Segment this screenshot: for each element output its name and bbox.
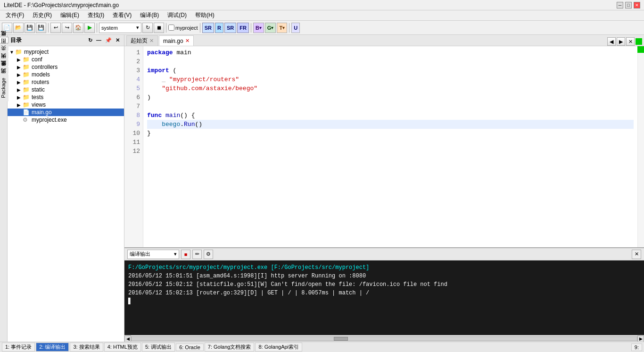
- file-icon-exe: ⚙: [23, 117, 30, 123]
- scroll-right-btn[interactable]: ▶: [637, 335, 644, 342]
- maximize-button[interactable]: □: [625, 2, 632, 8]
- file-tree-content: ▼ 📁 myproject ▶ 📁 conf ▶ 📁 controllers ▶…: [8, 46, 124, 342]
- u-button[interactable]: U: [291, 23, 300, 33]
- menu-debug[interactable]: 调试(D): [164, 10, 190, 20]
- tree-item-myproject-exe[interactable]: ⚙ myproject.exe: [8, 116, 124, 124]
- output-stop-btn[interactable]: ■: [181, 250, 190, 259]
- line-num-7: 7: [127, 102, 140, 111]
- sidebar-tab-class[interactable]: 类: [0, 52, 8, 59]
- close-button[interactable]: ✕: [634, 2, 640, 8]
- output-line-5: ▋: [128, 297, 640, 306]
- tree-action-collapse[interactable]: —: [95, 37, 103, 44]
- status-debug-output[interactable]: 5: 调试输出: [142, 343, 175, 352]
- menu-file[interactable]: 文件(F): [2, 10, 28, 20]
- tree-item-conf[interactable]: ▶ 📁 conf: [8, 56, 124, 63]
- sidebar-tab-filesystem[interactable]: 文件系统: [0, 67, 8, 74]
- status-oracle[interactable]: 6: Oracle: [176, 344, 204, 351]
- sep4: [200, 23, 200, 33]
- status-golang-doc[interactable]: 7: Golang文档搜索: [205, 343, 255, 352]
- home-button[interactable]: 🏠: [73, 23, 83, 33]
- tree-item-models[interactable]: ▶ 📁 models: [8, 71, 124, 78]
- line-num-1: 1: [127, 48, 140, 57]
- tab-start-close[interactable]: ✕: [149, 38, 154, 44]
- b-button[interactable]: B ▾: [253, 23, 264, 33]
- sidebar-tab-outline[interactable]: 大纲: [0, 59, 8, 66]
- scroll-left-btn[interactable]: ◀: [124, 335, 131, 342]
- status-build-output[interactable]: 2: 编译输出: [36, 343, 69, 352]
- line-num-12: 12: [127, 147, 140, 156]
- menu-build[interactable]: 编译(B): [136, 10, 163, 20]
- menu-history[interactable]: 历史(R): [29, 10, 56, 20]
- sidebar-tabs: 概览 图 类 大纲 文件系统 Package浏览: [0, 35, 8, 342]
- tree-item-controllers[interactable]: ▶ 📁 controllers: [8, 63, 124, 71]
- open-button[interactable]: 📂: [13, 23, 24, 33]
- menu-help[interactable]: 帮助(H): [191, 10, 218, 20]
- refresh-button[interactable]: ↻: [142, 23, 153, 33]
- save-all-button[interactable]: 💾: [36, 23, 46, 33]
- go-button[interactable]: ▶: [84, 23, 95, 33]
- sr1-button[interactable]: SR: [202, 23, 214, 33]
- tab-main-go[interactable]: main.go ✕: [159, 35, 194, 46]
- status-search-results[interactable]: 3: 搜索结果: [70, 343, 103, 352]
- status-bar: 1: 事件记录 2: 编译输出 3: 搜索结果 4: HTML预览 5: 调试输…: [0, 342, 644, 352]
- tab-start-page[interactable]: 起始页 ✕: [126, 35, 158, 46]
- tree-action-close[interactable]: ✕: [114, 37, 121, 44]
- undo-button[interactable]: ↩: [50, 23, 61, 33]
- status-events[interactable]: 1: 事件记录: [2, 343, 35, 352]
- tree-item-tests[interactable]: ▶ 📁 tests: [8, 93, 124, 101]
- tree-action-pin[interactable]: 📌: [104, 37, 113, 44]
- tree-item-main-go[interactable]: 📄 main.go: [8, 109, 124, 116]
- sr2-button[interactable]: SR: [224, 23, 236, 33]
- system-dropdown[interactable]: system ▾: [99, 23, 141, 33]
- menu-edit[interactable]: 编辑(E): [57, 10, 83, 20]
- r-button[interactable]: R: [215, 23, 223, 33]
- output-clear-btn[interactable]: ✏: [192, 250, 202, 259]
- tab-main-go-close[interactable]: ✕: [185, 38, 190, 44]
- myproject-checkbox[interactable]: [168, 25, 174, 31]
- scrollbar-track[interactable]: [131, 336, 637, 341]
- sidebar-tab-overview[interactable]: 概览: [0, 37, 8, 43]
- redo-button[interactable]: ↪: [62, 23, 72, 33]
- line-num-6: 6: [127, 93, 140, 102]
- window-title: LiteIDE - F:\GoProjects\src\myproject\ma…: [4, 2, 119, 8]
- status-html-preview[interactable]: 4: HTML预览: [104, 343, 141, 352]
- tree-item-static[interactable]: ▶ 📁 static: [8, 86, 124, 93]
- code-line-1: package main: [147, 48, 634, 57]
- minimize-button[interactable]: ─: [617, 2, 623, 8]
- code-editor[interactable]: 1 2 3 4 5 6 7 8 9 10 11 12 package main …: [124, 46, 644, 342]
- menu-view[interactable]: 查看(V): [109, 10, 135, 20]
- tab-bar: 起始页 ✕ main.go ✕ ◀ ▶ ✕: [124, 35, 644, 46]
- tree-item-views[interactable]: ▶ 📁 views: [8, 101, 124, 109]
- folder-icon-views: 📁: [23, 101, 30, 108]
- output-close-btn[interactable]: ✕: [632, 250, 641, 259]
- tree-action-refresh[interactable]: ↻: [87, 37, 94, 44]
- g-button[interactable]: G ▾: [265, 23, 276, 33]
- status-golang-api[interactable]: 8: GolangApi索引: [255, 343, 302, 352]
- output-settings-btn[interactable]: ⚙: [204, 250, 213, 259]
- sidebar-tab-package[interactable]: Package浏览: [0, 75, 8, 101]
- tree-actions: ↻ — 📌 ✕: [87, 37, 121, 44]
- sidebar-tab-graph[interactable]: 图: [0, 44, 8, 51]
- tree-item-routers[interactable]: ▶ 📁 routers: [8, 78, 124, 86]
- sep6: [289, 23, 289, 33]
- code-content[interactable]: package main import ( _ "myproject/route…: [143, 46, 637, 247]
- dropdown-arrow: ▾: [136, 25, 139, 31]
- line-num-11: 11: [127, 138, 140, 147]
- menu-find[interactable]: 查找(I): [84, 10, 108, 20]
- t-button[interactable]: T ▾: [277, 23, 287, 33]
- stop-button[interactable]: ◼: [154, 23, 164, 33]
- tab-scroll-right[interactable]: ▶: [617, 37, 625, 46]
- folder-icon-controllers: 📁: [23, 64, 30, 70]
- tab-close-all[interactable]: ✕: [626, 37, 635, 46]
- output-line-1: F:/GoProjects/src/myproject/myproject.ex…: [128, 263, 640, 272]
- output-type-dropdown[interactable]: 编译输出 ▾: [127, 250, 179, 259]
- fr-button[interactable]: FR: [237, 23, 249, 33]
- new-button[interactable]: 📄: [2, 23, 12, 33]
- tree-project-root[interactable]: ▼ 📁 myproject: [8, 48, 124, 56]
- scrollbar-thumb[interactable]: [334, 337, 348, 341]
- editor-area: 起始页 ✕ main.go ✕ ◀ ▶ ✕ 1 2: [124, 35, 644, 342]
- save-button[interactable]: 💾: [25, 23, 35, 33]
- tab-scroll-left[interactable]: ◀: [607, 37, 616, 46]
- code-line-7: [147, 102, 634, 111]
- code-line-10: }: [147, 129, 634, 138]
